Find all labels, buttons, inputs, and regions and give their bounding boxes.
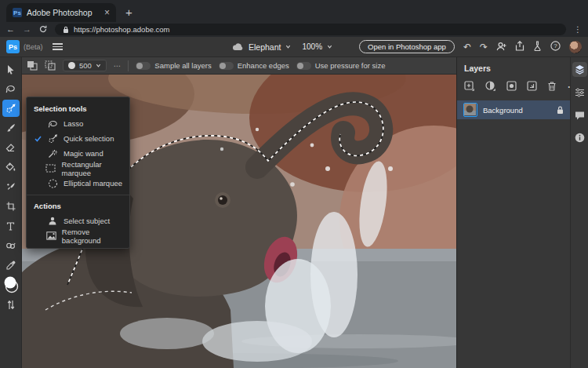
color-swatches[interactable]	[2, 276, 20, 293]
lasso-tool[interactable]	[2, 80, 20, 97]
open-in-photoshop-button[interactable]: Open in Photoshop app	[359, 40, 455, 53]
toggle-switch[interactable]	[296, 62, 311, 70]
magic-wand-icon	[47, 149, 58, 158]
chevron-down-icon	[327, 44, 332, 49]
browser-tab[interactable]: Ps Adobe Photoshop ×	[6, 3, 116, 22]
fill-tool[interactable]	[2, 158, 20, 176]
new-layer-icon[interactable]	[464, 80, 475, 94]
toggle-label: Use pressure for size	[315, 61, 386, 70]
brush-tool[interactable]	[2, 119, 20, 137]
info-rail-icon[interactable]	[572, 130, 587, 145]
brush-size-dropdown[interactable]: 500	[63, 60, 107, 71]
adjustment-layer-icon[interactable]	[485, 80, 496, 94]
help-icon[interactable]: ?	[550, 41, 561, 53]
quick-selection-icon	[47, 134, 58, 144]
browser-toolbar: ← → https://photoshop.adobe.com ⋮	[0, 22, 588, 37]
invite-people-icon[interactable]	[496, 42, 506, 53]
clone-stamp-tool[interactable]	[2, 237, 20, 254]
divider	[128, 60, 129, 71]
toggle-switch[interactable]	[219, 62, 234, 70]
redo-icon[interactable]: ↷	[480, 42, 488, 52]
reload-icon[interactable]	[39, 25, 47, 35]
header-actions: Open in Photoshop app ↶ ↷ ?	[359, 40, 582, 53]
subtract-selection-mode-icon[interactable]	[45, 60, 56, 71]
browser-menu-icon[interactable]: ⋮	[574, 25, 582, 34]
browser-tabstrip: Ps Adobe Photoshop × +	[0, 0, 588, 22]
delete-layer-icon[interactable]	[547, 80, 557, 94]
chevron-down-icon	[285, 44, 291, 49]
account-avatar[interactable]	[569, 41, 582, 53]
flyout-item-select-subject[interactable]: Select subject	[27, 213, 129, 228]
flyout-item-magic-wand[interactable]: Magic wand	[27, 146, 129, 161]
undo-icon[interactable]: ↶	[463, 42, 471, 52]
more-options-icon[interactable]: ⋯	[114, 61, 122, 70]
comments-rail-icon[interactable]	[572, 107, 587, 122]
swap-arrows-icon[interactable]	[2, 296, 20, 313]
chevron-down-icon	[96, 63, 101, 68]
panels-rail	[570, 57, 588, 368]
zoom-level: 100%	[302, 42, 322, 51]
toggle-label: Sample all layers	[154, 61, 211, 70]
ps-body: 500 ⋯ Sample all layers Enhance edges Us…	[0, 57, 588, 368]
layer-row-background[interactable]: Background	[457, 100, 570, 119]
healing-brush-tool[interactable]	[2, 178, 20, 195]
elliptical-marquee-icon	[47, 179, 58, 188]
url-text: https://photoshop.adobe.com	[74, 25, 170, 34]
eraser-tool[interactable]	[2, 139, 20, 156]
flyout-item-lasso[interactable]: Lasso	[27, 116, 129, 131]
remove-background-icon	[46, 231, 56, 240]
new-selection-mode-icon[interactable]	[27, 60, 38, 71]
check-icon	[34, 136, 42, 142]
document-name: Elephant	[249, 42, 281, 52]
flyout-section-title: Actions	[27, 199, 129, 213]
lasso-icon	[47, 119, 58, 128]
layer-thumbnail[interactable]	[463, 103, 477, 117]
ps-logo: Ps	[6, 40, 20, 53]
share-icon[interactable]	[515, 41, 524, 53]
flyout-item-label: Remove background	[62, 228, 122, 245]
cloud-icon	[232, 43, 244, 51]
tool-options-bar: 500 ⋯ Sample all layers Enhance edges Us…	[22, 57, 456, 75]
ps-header: Ps (Beta) Elephant 100% Open in Photosho…	[0, 37, 588, 57]
svg-text:?: ?	[554, 42, 557, 49]
rectangular-marquee-icon	[45, 164, 56, 173]
new-tab-button[interactable]: +	[125, 5, 132, 19]
eyedropper-tool[interactable]	[2, 257, 20, 274]
flyout-item-label: Rectangular marquee	[61, 160, 122, 177]
tools-rail	[0, 57, 22, 368]
lock-icon[interactable]	[557, 106, 564, 115]
layers-panel-title: Layers	[457, 57, 570, 78]
layers-rail-icon[interactable]	[572, 62, 587, 77]
export-layer-icon[interactable]	[527, 80, 537, 94]
brush-preview-dot	[68, 62, 75, 69]
beta-label: (Beta)	[24, 43, 43, 51]
layers-panel: Layers ⋯	[456, 57, 570, 368]
sample-all-layers-toggle[interactable]: Sample all layers	[136, 61, 211, 70]
forward-icon[interactable]: →	[23, 25, 31, 34]
crop-tool[interactable]	[2, 198, 20, 215]
layer-mask-icon[interactable]	[506, 80, 517, 94]
flyout-item-elliptical-marquee[interactable]: Elliptical marquee	[27, 176, 129, 191]
quick-selection-tool[interactable]	[2, 100, 20, 117]
photoshop-favicon: Ps	[13, 8, 22, 17]
adjustments-rail-icon[interactable]	[572, 85, 587, 100]
toggle-switch[interactable]	[136, 62, 151, 70]
use-pressure-toggle[interactable]: Use pressure for size	[296, 61, 386, 70]
beaker-icon[interactable]	[533, 41, 542, 53]
flyout-item-rectangular-marquee[interactable]: Rectangular marquee	[27, 161, 129, 176]
lock-icon	[63, 26, 69, 34]
flyout-item-label: Quick selection	[64, 134, 114, 143]
flyout-item-quick-selection[interactable]: Quick selection	[27, 131, 129, 146]
back-icon[interactable]: ←	[6, 25, 15, 34]
address-bar[interactable]: https://photoshop.adobe.com	[55, 24, 566, 35]
document-switcher[interactable]: Elephant 100%	[232, 42, 332, 52]
main-menu-icon[interactable]	[53, 43, 63, 50]
type-tool[interactable]	[2, 217, 20, 235]
flyout-item-remove-background[interactable]: Remove background	[27, 228, 129, 243]
layer-name: Background	[483, 106, 551, 115]
move-tool[interactable]	[2, 60, 20, 78]
enhance-edges-toggle[interactable]: Enhance edges	[219, 61, 289, 70]
close-tab-icon[interactable]: ×	[104, 8, 110, 17]
flyout-item-label: Elliptical marquee	[64, 179, 122, 188]
divider	[27, 195, 129, 195]
